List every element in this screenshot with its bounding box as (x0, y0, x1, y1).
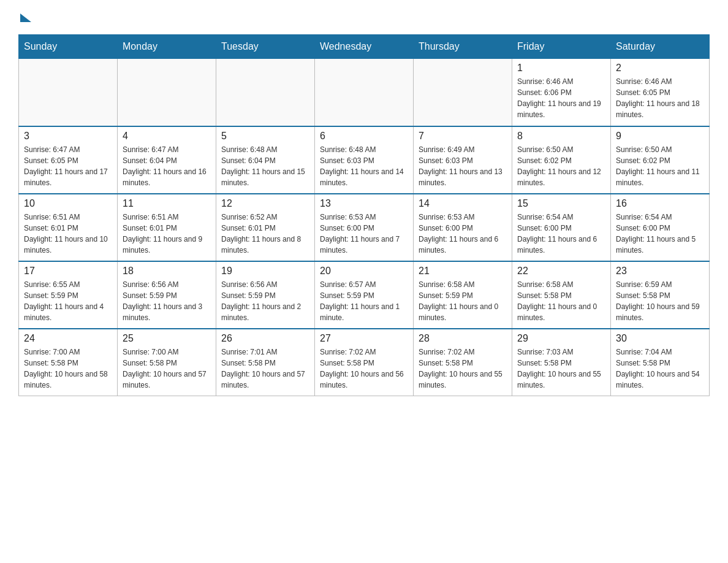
day-number: 15 (517, 198, 605, 209)
day-info: Sunrise: 6:59 AM Sunset: 5:58 PM Dayligh… (616, 279, 704, 323)
day-info: Sunrise: 7:00 AM Sunset: 5:58 PM Dayligh… (24, 347, 112, 391)
calendar-cell: 28Sunrise: 7:02 AM Sunset: 5:58 PM Dayli… (414, 329, 512, 396)
day-number: 3 (24, 131, 112, 142)
calendar-cell: 17Sunrise: 6:55 AM Sunset: 5:59 PM Dayli… (19, 261, 118, 329)
calendar-cell: 11Sunrise: 6:51 AM Sunset: 6:01 PM Dayli… (118, 194, 216, 261)
calendar-cell: 6Sunrise: 6:48 AM Sunset: 6:03 PM Daylig… (315, 126, 414, 194)
day-info: Sunrise: 7:02 AM Sunset: 5:58 PM Dayligh… (320, 347, 408, 391)
calendar-cell: 26Sunrise: 7:01 AM Sunset: 5:58 PM Dayli… (216, 329, 315, 396)
day-info: Sunrise: 6:48 AM Sunset: 6:03 PM Dayligh… (320, 144, 408, 188)
day-info: Sunrise: 6:53 AM Sunset: 6:00 PM Dayligh… (320, 212, 408, 256)
day-info: Sunrise: 6:49 AM Sunset: 6:03 PM Dayligh… (419, 144, 507, 188)
day-number: 18 (123, 266, 211, 277)
logo (18, 12, 31, 22)
weekday-header-saturday: Saturday (611, 35, 710, 59)
day-info: Sunrise: 7:00 AM Sunset: 5:58 PM Dayligh… (123, 347, 211, 391)
day-number: 21 (419, 266, 507, 277)
weekday-header-monday: Monday (118, 35, 216, 59)
calendar-cell: 22Sunrise: 6:58 AM Sunset: 5:58 PM Dayli… (512, 261, 611, 329)
day-info: Sunrise: 6:56 AM Sunset: 5:59 PM Dayligh… (123, 279, 211, 323)
day-number: 27 (320, 333, 408, 344)
day-info: Sunrise: 6:46 AM Sunset: 6:05 PM Dayligh… (616, 76, 704, 120)
day-number: 29 (517, 333, 605, 344)
day-info: Sunrise: 6:47 AM Sunset: 6:05 PM Dayligh… (24, 144, 112, 188)
calendar-cell: 29Sunrise: 7:03 AM Sunset: 5:58 PM Dayli… (512, 329, 611, 396)
calendar-cell: 2Sunrise: 6:46 AM Sunset: 6:05 PM Daylig… (611, 59, 710, 126)
calendar-cell: 8Sunrise: 6:50 AM Sunset: 6:02 PM Daylig… (512, 126, 611, 194)
day-number: 14 (419, 198, 507, 209)
day-number: 8 (517, 131, 605, 142)
calendar-cell: 16Sunrise: 6:54 AM Sunset: 6:00 PM Dayli… (611, 194, 710, 261)
calendar-cell: 1Sunrise: 6:46 AM Sunset: 6:06 PM Daylig… (512, 59, 611, 126)
calendar-cell: 21Sunrise: 6:58 AM Sunset: 5:59 PM Dayli… (414, 261, 512, 329)
day-number: 28 (419, 333, 507, 344)
day-number: 5 (221, 131, 309, 142)
day-number: 24 (24, 333, 112, 344)
calendar-cell: 24Sunrise: 7:00 AM Sunset: 5:58 PM Dayli… (19, 329, 118, 396)
calendar-cell: 10Sunrise: 6:51 AM Sunset: 6:01 PM Dayli… (19, 194, 118, 261)
day-number: 17 (24, 266, 112, 277)
day-number: 7 (419, 131, 507, 142)
weekday-header-thursday: Thursday (414, 35, 512, 59)
day-info: Sunrise: 6:48 AM Sunset: 6:04 PM Dayligh… (221, 144, 309, 188)
day-number: 6 (320, 131, 408, 142)
week-row-3: 10Sunrise: 6:51 AM Sunset: 6:01 PM Dayli… (19, 194, 710, 261)
week-row-2: 3Sunrise: 6:47 AM Sunset: 6:05 PM Daylig… (19, 126, 710, 194)
day-info: Sunrise: 6:57 AM Sunset: 5:59 PM Dayligh… (320, 279, 408, 323)
calendar-cell: 3Sunrise: 6:47 AM Sunset: 6:05 PM Daylig… (19, 126, 118, 194)
day-info: Sunrise: 6:58 AM Sunset: 5:59 PM Dayligh… (419, 279, 507, 323)
day-info: Sunrise: 6:54 AM Sunset: 6:00 PM Dayligh… (616, 212, 704, 256)
day-number: 11 (123, 198, 211, 209)
week-row-5: 24Sunrise: 7:00 AM Sunset: 5:58 PM Dayli… (19, 329, 710, 396)
weekday-header-sunday: Sunday (19, 35, 118, 59)
day-info: Sunrise: 6:51 AM Sunset: 6:01 PM Dayligh… (123, 212, 211, 256)
day-number: 23 (616, 266, 704, 277)
calendar-table: SundayMondayTuesdayWednesdayThursdayFrid… (18, 34, 710, 396)
calendar-cell: 25Sunrise: 7:00 AM Sunset: 5:58 PM Dayli… (118, 329, 216, 396)
day-info: Sunrise: 6:47 AM Sunset: 6:04 PM Dayligh… (123, 144, 211, 188)
day-info: Sunrise: 6:58 AM Sunset: 5:58 PM Dayligh… (517, 279, 605, 323)
day-number: 25 (123, 333, 211, 344)
calendar-cell: 19Sunrise: 6:56 AM Sunset: 5:59 PM Dayli… (216, 261, 315, 329)
calendar-cell: 20Sunrise: 6:57 AM Sunset: 5:59 PM Dayli… (315, 261, 414, 329)
week-row-4: 17Sunrise: 6:55 AM Sunset: 5:59 PM Dayli… (19, 261, 710, 329)
day-info: Sunrise: 6:53 AM Sunset: 6:00 PM Dayligh… (419, 212, 507, 256)
calendar-cell: 23Sunrise: 6:59 AM Sunset: 5:58 PM Dayli… (611, 261, 710, 329)
calendar-cell: 7Sunrise: 6:49 AM Sunset: 6:03 PM Daylig… (414, 126, 512, 194)
day-number: 4 (123, 131, 211, 142)
calendar-cell (315, 59, 414, 126)
day-number: 26 (221, 333, 309, 344)
day-info: Sunrise: 6:52 AM Sunset: 6:01 PM Dayligh… (221, 212, 309, 256)
weekday-header-tuesday: Tuesday (216, 35, 315, 59)
day-info: Sunrise: 6:46 AM Sunset: 6:06 PM Dayligh… (517, 76, 605, 120)
calendar-cell: 9Sunrise: 6:50 AM Sunset: 6:02 PM Daylig… (611, 126, 710, 194)
weekday-header-friday: Friday (512, 35, 611, 59)
day-number: 9 (616, 131, 704, 142)
calendar-cell: 27Sunrise: 7:02 AM Sunset: 5:58 PM Dayli… (315, 329, 414, 396)
day-number: 12 (221, 198, 309, 209)
calendar-cell: 13Sunrise: 6:53 AM Sunset: 6:00 PM Dayli… (315, 194, 414, 261)
calendar-cell: 18Sunrise: 6:56 AM Sunset: 5:59 PM Dayli… (118, 261, 216, 329)
day-info: Sunrise: 6:56 AM Sunset: 5:59 PM Dayligh… (221, 279, 309, 323)
day-info: Sunrise: 6:50 AM Sunset: 6:02 PM Dayligh… (616, 144, 704, 188)
day-number: 13 (320, 198, 408, 209)
calendar-cell: 14Sunrise: 6:53 AM Sunset: 6:00 PM Dayli… (414, 194, 512, 261)
calendar-cell: 4Sunrise: 6:47 AM Sunset: 6:04 PM Daylig… (118, 126, 216, 194)
weekday-header-wednesday: Wednesday (315, 35, 414, 59)
calendar-cell (118, 59, 216, 126)
week-row-1: 1Sunrise: 6:46 AM Sunset: 6:06 PM Daylig… (19, 59, 710, 126)
calendar-cell: 12Sunrise: 6:52 AM Sunset: 6:01 PM Dayli… (216, 194, 315, 261)
day-number: 2 (616, 63, 704, 74)
day-info: Sunrise: 7:01 AM Sunset: 5:58 PM Dayligh… (221, 347, 309, 391)
day-info: Sunrise: 6:54 AM Sunset: 6:00 PM Dayligh… (517, 212, 605, 256)
day-number: 22 (517, 266, 605, 277)
day-number: 30 (616, 333, 704, 344)
calendar-cell (216, 59, 315, 126)
weekday-header-row: SundayMondayTuesdayWednesdayThursdayFrid… (19, 35, 710, 59)
header (18, 12, 710, 22)
calendar-cell (414, 59, 512, 126)
day-info: Sunrise: 7:03 AM Sunset: 5:58 PM Dayligh… (517, 347, 605, 391)
day-number: 1 (517, 63, 605, 74)
day-info: Sunrise: 6:55 AM Sunset: 5:59 PM Dayligh… (24, 279, 112, 323)
calendar-cell (19, 59, 118, 126)
